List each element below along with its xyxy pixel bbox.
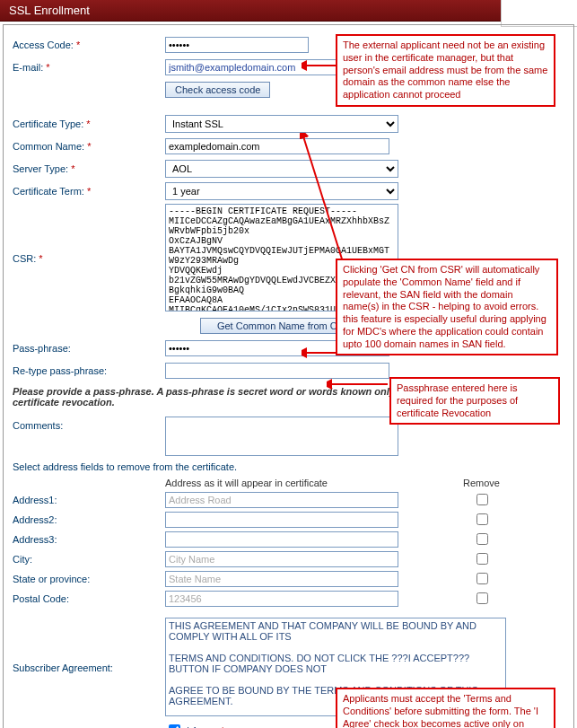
check-access-button[interactable]: Check access code: [165, 82, 270, 98]
cert-term-label: Certificate Term: *: [13, 186, 165, 197]
server-type-label: Server Type: *: [13, 163, 165, 174]
postal-remove-checkbox[interactable]: [476, 592, 488, 604]
common-name-label: Common Name: *: [13, 141, 165, 152]
cert-type-select[interactable]: Instant SSL: [165, 115, 398, 133]
enrollment-form: Access Code: * E-mail: * Check access co…: [3, 24, 574, 728]
address3-input[interactable]: [165, 531, 398, 548]
address1-label: Address1:: [13, 495, 165, 505]
agreement-label: Subscriber Agreement:: [13, 662, 165, 673]
access-code-input[interactable]: [165, 37, 309, 53]
address3-label: Address3:: [13, 534, 165, 545]
address1-remove-checkbox[interactable]: [476, 494, 488, 505]
state-input[interactable]: [165, 571, 398, 587]
repassphrase-input[interactable]: [165, 363, 389, 379]
address2-label: Address2:: [13, 514, 165, 525]
callout-pass: Passphrase entered here is required for …: [389, 377, 560, 425]
address-header-col2: Address as it will appear in certificate: [165, 478, 398, 488]
state-remove-checkbox[interactable]: [476, 573, 488, 584]
address-section-note: Select address fields to remove from the…: [13, 461, 564, 472]
access-code-label: Access Code: *: [13, 39, 165, 50]
repassphrase-label: Re-type pass-phrase:: [13, 365, 165, 376]
cert-type-label: Certificate Type: *: [13, 118, 165, 129]
state-label: State or province:: [13, 574, 165, 584]
city-label: City:: [13, 554, 165, 565]
comments-label: Comments:: [13, 417, 165, 431]
postal-label: Postal Code:: [13, 593, 165, 604]
city-input[interactable]: [165, 551, 398, 567]
address2-input[interactable]: [165, 512, 398, 528]
address-header-col3: Remove: [398, 478, 564, 488]
page-title: SSL Enrollment: [9, 4, 90, 17]
address2-remove-checkbox[interactable]: [476, 513, 488, 525]
csr-label: CSR: *: [13, 253, 165, 264]
passphrase-label: Pass-phrase:: [13, 343, 165, 354]
email-label: E-mail: *: [13, 62, 165, 73]
iagree-label: I Agree.*: [187, 725, 224, 729]
address3-remove-checkbox[interactable]: [476, 533, 488, 545]
cert-term-select[interactable]: 1 year: [165, 182, 398, 200]
server-type-select[interactable]: AOL: [165, 160, 398, 178]
common-name-input[interactable]: [165, 138, 389, 154]
blank-pane: [501, 0, 577, 27]
callout-email: The external applicant need not be an ex…: [336, 34, 555, 107]
page-header: SSL Enrollment: [0, 0, 577, 22]
city-remove-checkbox[interactable]: [476, 553, 488, 565]
comments-textarea[interactable]: [165, 417, 398, 456]
address-header: Address as it will appear in certificate…: [13, 478, 564, 488]
postal-input[interactable]: [165, 591, 398, 607]
iagree-checkbox[interactable]: [169, 724, 180, 728]
callout-csr: Clicking 'Get CN from CSR' will automati…: [336, 259, 558, 355]
address1-input[interactable]: [165, 492, 398, 508]
callout-iagree: Applicants must accept the 'Terms and Co…: [336, 688, 555, 728]
